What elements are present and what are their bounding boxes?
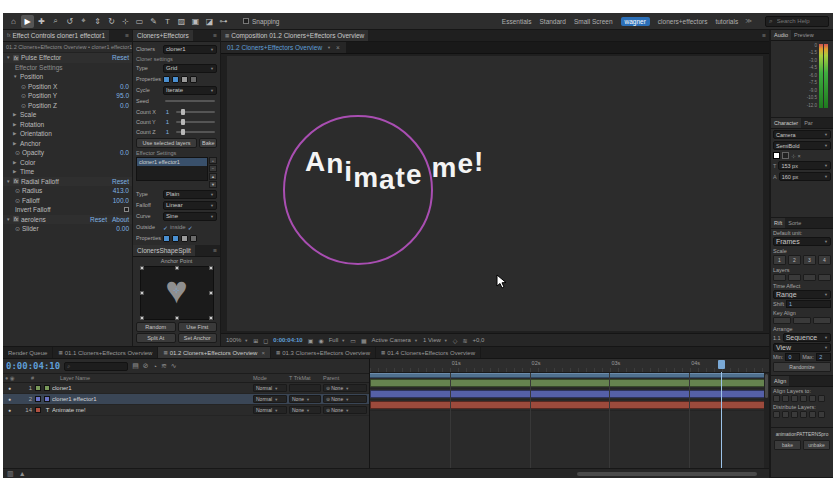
property-icon[interactable] xyxy=(181,235,188,242)
workspace-overflow-icon[interactable]: ≫ xyxy=(745,17,752,25)
timeline-search[interactable]: ⌕ xyxy=(64,362,128,371)
random-button[interactable]: Random xyxy=(136,322,176,332)
grid-guides-icon[interactable]: ⊞ xyxy=(253,337,258,344)
tab-cloners-shapesplit[interactable]: ClonersShapeSplit xyxy=(133,245,195,256)
parent-select[interactable]: ⊚None▼ xyxy=(323,406,367,414)
twirl-icon[interactable]: ▼ xyxy=(6,217,11,222)
reset-link[interactable]: Reset xyxy=(112,54,129,61)
split-at-button[interactable]: Split At xyxy=(136,333,176,343)
workspace-tutorials[interactable]: tutorials xyxy=(715,18,738,25)
zoom-out-icon[interactable]: ▲ xyxy=(19,470,26,477)
selection-tool-icon[interactable]: ▶ xyxy=(21,15,34,28)
layer-duration-bar[interactable] xyxy=(370,379,769,387)
magnification-select[interactable]: 100% ▼ xyxy=(226,337,248,343)
align-icon[interactable] xyxy=(809,395,816,402)
randomize-button[interactable]: Randomize xyxy=(773,362,831,372)
show-channels-icon[interactable]: ◉ xyxy=(318,337,323,344)
panel-menu-icon[interactable]: ≡ xyxy=(210,30,220,41)
workspace-cloners-effectors[interactable]: cloners+effectors xyxy=(658,18,708,25)
visibility-toggle[interactable]: ● xyxy=(5,396,14,402)
twirl-icon[interactable]: ▼ xyxy=(13,74,18,79)
effect-row[interactable]: ⊙Falloff100.0 xyxy=(3,196,132,206)
roi-icon[interactable]: ▭ xyxy=(350,337,356,344)
tab-cloners-effectors[interactable]: Cloners+Effectors xyxy=(133,30,193,41)
property-icon[interactable] xyxy=(181,76,188,83)
list-button[interactable]: ▲ xyxy=(209,173,217,180)
transparency-grid-icon[interactable]: ▦ xyxy=(361,337,367,344)
label-color-swatch[interactable] xyxy=(35,396,41,402)
type-select[interactable]: Grid ▼ xyxy=(163,64,217,73)
composition-mini-flowchart-icon[interactable]: ▤ xyxy=(132,362,139,370)
align-icon[interactable] xyxy=(818,395,825,402)
playhead-handle[interactable] xyxy=(718,360,725,369)
layer-option-icon[interactable] xyxy=(773,274,786,281)
rotation-tool-icon[interactable]: ↻ xyxy=(105,15,118,28)
property-value[interactable]: 413.0 xyxy=(113,187,129,194)
layer-duration-bar[interactable] xyxy=(370,390,769,398)
timeline-tab[interactable]: ▦01.3 Cloners+Effectors Overview xyxy=(271,347,376,358)
type-tool-icon[interactable]: T xyxy=(161,15,174,28)
puppet-tool-icon[interactable]: ⊶ xyxy=(217,15,230,28)
effector-item[interactable]: cloner1 effector1 xyxy=(137,158,207,166)
distribute-icon[interactable] xyxy=(809,411,816,418)
effect-row[interactable]: ▶Color xyxy=(3,158,132,168)
tab-paragraph[interactable]: Par xyxy=(801,118,816,128)
effect-row[interactable]: ▼fxRadial FalloffReset xyxy=(3,177,132,187)
stopwatch-icon[interactable]: ⊙ xyxy=(15,149,20,156)
seed-slider[interactable] xyxy=(165,100,215,102)
visibility-toggle[interactable]: ● xyxy=(5,407,14,413)
composition-canvas[interactable]: Animate me! xyxy=(227,56,763,331)
align-icon[interactable] xyxy=(773,395,780,402)
twirl-icon[interactable]: ▶ xyxy=(13,112,18,117)
curve-select[interactable]: Sine ▼ xyxy=(163,212,217,221)
property-icon[interactable] xyxy=(190,235,197,242)
slider-knob[interactable] xyxy=(181,109,185,115)
twirl-icon[interactable]: ▶ xyxy=(13,131,18,136)
property-icon[interactable] xyxy=(163,76,170,83)
range-select[interactable]: Range ▼ xyxy=(773,290,831,299)
graph-editor-icon[interactable]: ∿ xyxy=(171,362,177,370)
layer-option-icon[interactable] xyxy=(803,274,816,281)
twirl-icon[interactable]: ▼ xyxy=(6,179,11,184)
mode-header[interactable]: Mode xyxy=(253,375,289,381)
no-color-icon[interactable]: × xyxy=(798,153,801,159)
fast-previews-icon[interactable]: ≋ xyxy=(462,337,467,344)
tab-composition[interactable]: ▦ Composition 01.2 Cloners+Effectors Ove… xyxy=(221,30,368,41)
pickwhip-icon[interactable]: ⊚ xyxy=(326,407,330,413)
parent-select[interactable]: ⊚None▼ xyxy=(323,395,367,403)
list-button[interactable]: + xyxy=(209,157,217,164)
layer-name-header[interactable]: Layer Name xyxy=(44,375,253,381)
pickwhip-icon[interactable]: ⊚ xyxy=(326,385,330,391)
count-slider[interactable] xyxy=(176,131,215,133)
scale-option-3[interactable]: 3 xyxy=(803,255,816,265)
help-search[interactable]: ⌕ xyxy=(765,16,829,27)
effect-row[interactable]: ▼fxaerolensResetAbout xyxy=(3,215,132,225)
timeline-tab[interactable]: ▦01.4 Cloners+Effectors Overview xyxy=(376,347,481,358)
property-value[interactable]: 100.0 xyxy=(113,197,129,204)
cycle-select[interactable]: Iterate ▼ xyxy=(163,86,217,95)
stopwatch-icon[interactable]: ⊙ xyxy=(21,83,26,90)
use-selected-layers-button[interactable]: Use selected layers xyxy=(136,138,197,148)
search-input[interactable] xyxy=(775,17,825,25)
leading-select[interactable]: 160 px ▼ xyxy=(779,172,831,181)
align-icon[interactable] xyxy=(800,395,807,402)
effect-row[interactable]: ▶Rotation xyxy=(3,120,132,130)
timeline-tab[interactable]: ▦01.2 Cloners+Effectors Overview× xyxy=(158,347,271,358)
shift-input[interactable]: 1 xyxy=(786,300,831,308)
effect-row[interactable]: Effector Settings xyxy=(3,63,132,73)
anchor-preview[interactable]: ♥ ⊹ xyxy=(140,266,214,320)
pen-tool-icon[interactable]: ✎ xyxy=(147,15,160,28)
effector-list[interactable]: cloner1 effector1 xyxy=(136,157,208,181)
layer-option-icon[interactable] xyxy=(788,274,801,281)
effector-type-select[interactable]: Plain ▼ xyxy=(163,190,217,199)
shape-tool-icon[interactable]: ▭ xyxy=(133,15,146,28)
key-align-icon[interactable] xyxy=(813,317,831,324)
key-align-icon[interactable] xyxy=(773,317,791,324)
zoom-tool-icon[interactable]: ⌕ xyxy=(49,15,62,28)
property-value[interactable]: 0.00 xyxy=(116,225,129,232)
property-icon[interactable] xyxy=(190,76,197,83)
exposure-value[interactable]: +0,0 xyxy=(472,337,484,343)
panel-menu-icon[interactable]: ≡ xyxy=(759,30,769,41)
scrollbar-thumb[interactable] xyxy=(765,374,768,398)
property-value[interactable]: 0.0 xyxy=(120,149,129,156)
